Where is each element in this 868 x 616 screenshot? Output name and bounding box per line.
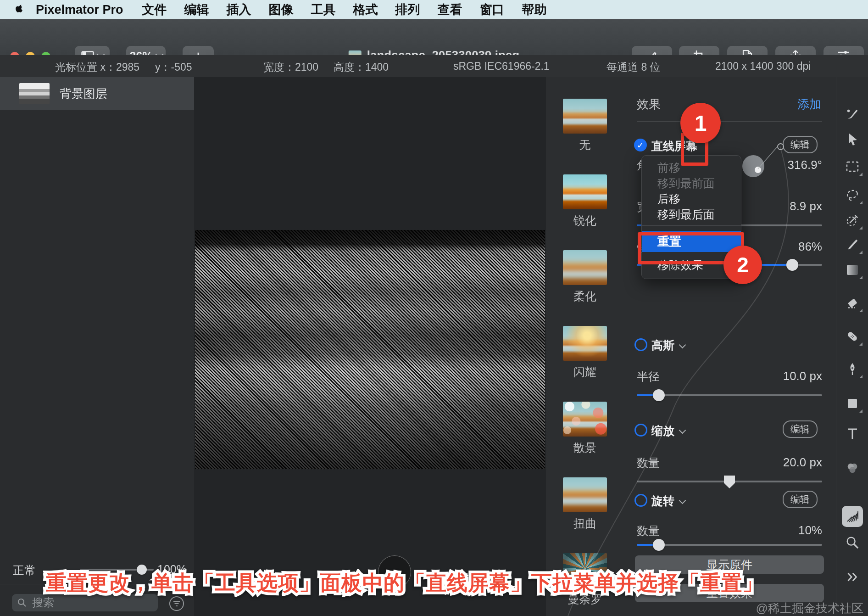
cursor-arrow-icon — [846, 132, 859, 146]
effect-thumbnail — [563, 174, 607, 209]
search-input[interactable] — [31, 596, 143, 610]
layer-row-background[interactable]: 背景图层 — [0, 77, 194, 110]
cursor-position-y: y：-505 — [155, 60, 192, 74]
eyedropper-icon — [846, 213, 859, 227]
menu-tools[interactable]: 工具 — [302, 1, 345, 18]
rotate-amount-slider[interactable] — [637, 539, 822, 551]
menu-format[interactable]: 格式 — [345, 1, 387, 18]
effect-item-soften[interactable]: 柔化 — [546, 250, 624, 304]
image-height: 高度：1400 — [334, 60, 389, 74]
more-tools-button[interactable] — [845, 570, 860, 584]
tool-erase-button[interactable] — [845, 296, 860, 310]
search-icon — [17, 598, 27, 607]
info-bar: 光标位置 x：2985 y：-505 宽度：2100 高度：1400 sRGB … — [0, 55, 868, 78]
tool-shape-button[interactable] — [845, 396, 860, 411]
tool-text-button[interactable] — [845, 426, 860, 441]
edit-button[interactable]: 编辑 — [783, 420, 818, 438]
rotate-amount-slider-knob[interactable] — [653, 539, 665, 551]
radius-label: 半径 — [637, 369, 660, 384]
zoom-dropdown-chevron-icon[interactable] — [679, 427, 686, 434]
pixelmator-pro-window: Pixelmator Pro 文件 编辑 插入 图像 工具 格式 排列 查看 窗… — [0, 0, 868, 616]
gaussian-dropdown-chevron-icon[interactable] — [679, 342, 686, 349]
zoom-amount-slider[interactable] — [637, 476, 822, 487]
effect-disabled-checkbox[interactable] — [634, 338, 647, 351]
menu-help[interactable]: 帮助 — [513, 1, 556, 18]
tool-paint-button[interactable] — [845, 237, 860, 252]
tool-repair-button[interactable] — [845, 329, 860, 344]
edit-button[interactable]: 编辑 — [783, 136, 818, 153]
cursor-position: 光标位置 x：2985 — [55, 60, 139, 74]
eraser-icon — [846, 296, 859, 310]
menu-app-name[interactable]: Pixelmator Pro — [36, 3, 123, 17]
angle-dial[interactable] — [742, 155, 764, 177]
effect-thumbnail — [563, 477, 607, 512]
title-bar: 36% + landscape_205330039.jpeg — [0, 19, 868, 56]
line-screen-effect-row: ✓ 直线屏幕 编辑 — [624, 138, 836, 153]
menu-item-send-to-back[interactable]: 移到最后面 — [657, 207, 715, 222]
zoom-amount-slider-knob[interactable] — [724, 476, 735, 488]
divider — [637, 121, 822, 122]
zoom-amount-label: 数量 — [637, 455, 660, 470]
effect-item-bokeh[interactable]: 散景 — [546, 402, 624, 455]
color-circles-icon — [846, 462, 859, 475]
effect-item-distort[interactable]: 扭曲 — [546, 477, 624, 531]
rotate-dropdown-chevron-icon[interactable] — [679, 497, 686, 504]
menu-file[interactable]: 文件 — [134, 1, 176, 18]
tool-zoom-button[interactable] — [845, 535, 860, 550]
halftone-highlight — [195, 230, 545, 469]
menu-window[interactable]: 窗口 — [471, 1, 513, 18]
rotate-amount-value: 10% — [798, 523, 822, 538]
menu-image[interactable]: 图像 — [260, 1, 302, 18]
width-value: 8.9 px — [790, 199, 822, 213]
effect-enabled-checkbox[interactable]: ✓ — [634, 139, 647, 151]
menu-divider — [642, 225, 741, 226]
menu-arrange[interactable]: 排列 — [387, 1, 429, 18]
apple-menu-icon[interactable] — [12, 4, 24, 16]
tool-move-button[interactable] — [845, 132, 860, 146]
tool-gradient-button[interactable] — [845, 263, 860, 277]
radius-value: 10.0 px — [783, 369, 822, 383]
shape-square-icon — [846, 398, 858, 409]
menu-edit[interactable]: 编辑 — [176, 1, 218, 18]
radius-slider-knob[interactable] — [653, 389, 665, 401]
tool-color-select-button[interactable] — [845, 213, 860, 228]
edit-button[interactable]: 编辑 — [783, 491, 818, 508]
add-effect-link[interactable]: 添加 — [797, 96, 821, 112]
effects-browser: 无 锐化 柔化 闪耀 散景 扭曲 曼荼罗 — [546, 77, 624, 616]
effect-item-none[interactable]: 无 — [546, 99, 624, 152]
pen-nib-icon — [846, 362, 858, 376]
filter-lines-icon — [173, 600, 180, 607]
text-tool-icon — [846, 427, 858, 440]
effect-disabled-checkbox[interactable] — [634, 494, 647, 507]
image-dimensions: 2100 x 1400 300 dpi — [715, 60, 811, 73]
layer-filter-button[interactable] — [169, 596, 184, 611]
layers-sidebar: 背景图层 正常 100% — [0, 77, 195, 616]
layer-thumbnail — [19, 83, 50, 104]
menu-view[interactable]: 查看 — [429, 1, 471, 18]
tool-marquee-select-button[interactable] — [845, 159, 860, 174]
effect-item-sharpen[interactable]: 锐化 — [546, 174, 624, 228]
canvas-area — [194, 77, 546, 616]
tool-arrange-button[interactable] — [845, 106, 860, 121]
magnifier-icon — [846, 536, 859, 549]
effect-item-shine[interactable]: 闪耀 — [546, 326, 624, 380]
angle-dial-pointer-dot — [777, 143, 784, 150]
menu-item-send-backward[interactable]: 后移 — [657, 191, 680, 207]
zoom-effect-label: 缩放 — [651, 423, 674, 438]
tool-pen-button[interactable] — [845, 362, 860, 376]
sharpness-slider-knob[interactable] — [786, 259, 798, 271]
tool-lasso-select-button[interactable] — [845, 188, 860, 202]
canvas-image-halftone[interactable] — [195, 230, 545, 469]
blend-mode-value[interactable]: 正常 — [13, 563, 36, 578]
rotate-amount-label: 数量 — [637, 523, 660, 538]
effect-disabled-checkbox[interactable] — [634, 424, 647, 437]
tutorial-caption: 重置更改，单击「工具选项」面板中的「直线屏幕」下拉菜单并选择「重置」 重置更改，… — [46, 569, 763, 597]
effect-thumbnail — [563, 250, 607, 285]
tool-effects-button[interactable] — [842, 506, 863, 527]
tool-color-adjustments-button[interactable] — [845, 461, 860, 476]
zoom-effect-row: 缩放 编辑 — [624, 422, 836, 438]
annotation-badge-1: 1 — [680, 103, 721, 143]
menu-insert[interactable]: 插入 — [218, 1, 260, 18]
menu-item-bring-forward: 前移 — [657, 160, 680, 175]
radius-slider[interactable] — [637, 389, 822, 401]
